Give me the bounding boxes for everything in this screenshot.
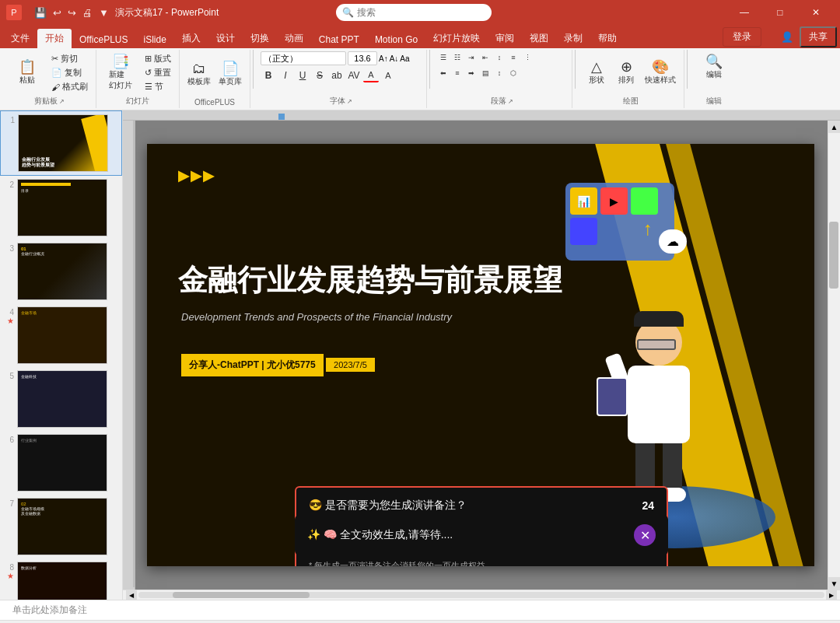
save-icon[interactable]: 💾 [33, 5, 48, 20]
slide-thumb-4[interactable]: 4★ 金融市场 [0, 303, 122, 367]
font-size-up-btn[interactable]: A↑ [379, 54, 388, 63]
justify-btn[interactable]: ▤ [479, 67, 492, 79]
new-slide-button[interactable]: 📑 新建幻灯片 [101, 51, 140, 94]
strikethrough-button[interactable]: S [312, 68, 327, 82]
login-button[interactable]: 登录 [723, 27, 761, 47]
tab-help[interactable]: 帮助 [590, 29, 625, 48]
arrange-button[interactable]: ⊕ 排列 [612, 58, 640, 87]
search-input[interactable] [357, 7, 485, 18]
slide-thumb-2[interactable]: 2 目录 [0, 176, 122, 240]
line-spacing-btn[interactable]: ↕ [493, 67, 506, 79]
hscroll-right-btn[interactable]: ▶ [826, 590, 837, 600]
app-icon: P [6, 5, 22, 20]
slide-thumb-6[interactable]: 6 行业案例 [0, 431, 122, 495]
indent-btn[interactable]: ⇥ [465, 51, 478, 64]
hscroll-left-btn[interactable]: ◀ [126, 590, 137, 600]
align-left-btn[interactable]: ⬅ [437, 67, 450, 79]
slide-num-2: 2 [3, 179, 14, 189]
tab-insert[interactable]: 插入 [174, 29, 208, 48]
right-scrollbar[interactable]: ▲ ▼ [828, 121, 840, 590]
smartart-btn[interactable]: ⬡ [507, 67, 520, 79]
shapes-button[interactable]: △ 形状 [583, 58, 611, 87]
close-button[interactable]: ✕ [798, 0, 834, 25]
tab-islide[interactable]: iSlide [135, 31, 173, 48]
scroll-thumb[interactable] [829, 222, 838, 289]
format-painter-button[interactable]: 🖌 格式刷 [48, 80, 91, 93]
section-button[interactable]: ☰ 节 [142, 80, 174, 93]
tab-home[interactable]: 开始 [37, 29, 72, 48]
slide-thumb-7[interactable]: 7 02 金融市场规模及金融数据 [0, 495, 122, 558]
scroll-down-btn[interactable]: ▼ [828, 577, 840, 590]
scroll-up-btn[interactable]: ▲ [828, 121, 840, 133]
font-size-input[interactable] [348, 51, 377, 65]
drawing-buttons: △ 形状 ⊕ 排列 🎨 快速样式 [583, 51, 679, 94]
copy-button[interactable]: 📄 复制 [48, 66, 91, 79]
format-painter-label: 格式刷 [62, 81, 88, 93]
font-size-down-btn[interactable]: A↓ [390, 54, 399, 63]
editing-button[interactable]: 🔍 编辑 [695, 51, 733, 83]
slide-thumb-5[interactable]: 5 金融科技 [0, 367, 122, 431]
template-lib-button[interactable]: 🗂 模板库 [184, 60, 214, 89]
layout-button[interactable]: ⊞ 版式 [142, 52, 174, 65]
tab-design[interactable]: 设计 [208, 29, 243, 48]
align-text-btn[interactable]: ≡ [507, 51, 520, 64]
align-center-btn[interactable]: ≡ [451, 67, 464, 79]
bold-button[interactable]: B [261, 68, 276, 82]
reset-button[interactable]: ↺ 重置 [142, 66, 174, 79]
minimize-button[interactable]: — [726, 0, 762, 25]
tab-transitions[interactable]: 切换 [243, 29, 277, 48]
underline-button[interactable]: U [295, 68, 310, 82]
italic-button[interactable]: I [278, 68, 293, 82]
slide-thumb-1[interactable]: 1 金融行业发展趋势与前景展望 [0, 110, 122, 176]
hscroll-thumb[interactable] [173, 592, 310, 598]
outdent-btn[interactable]: ⇤ [479, 51, 492, 64]
tab-chatppt[interactable]: Chat PPT [311, 31, 367, 48]
share-button[interactable]: 共享 [800, 26, 837, 47]
author-text: 分享人-ChatPPT | 尤小优5775 [181, 354, 324, 376]
dropdown-icon[interactable]: ▼ [97, 5, 110, 20]
font-family-input[interactable] [261, 51, 346, 65]
single-page-lib-button[interactable]: 📄 单页库 [215, 60, 245, 89]
horizontal-scrollbar[interactable]: ◀ ▶ [123, 590, 840, 600]
numbered-list-btn[interactable]: ☷ [451, 51, 464, 64]
ribbon-group-editing: 🔍 编辑 编辑 [690, 50, 738, 108]
paste-button[interactable]: 📋 粘贴 [8, 57, 47, 89]
canvas-wrapper: ▶▶▶ 金融行业发展趋势与前景展望 Development Trends and… [123, 110, 840, 600]
tab-record[interactable]: 录制 [556, 29, 590, 48]
tab-animations[interactable]: 动画 [277, 29, 311, 48]
char-spacing-button[interactable]: AV [346, 68, 362, 82]
highlight-btn[interactable]: A [380, 68, 396, 82]
quick-access-toolbar: 💾 ↩ ↪ 🖨 ▼ [33, 5, 110, 20]
slide-img-2: 目录 [17, 179, 107, 236]
font-top-row: A↑ A↓ Aa [261, 51, 410, 65]
maximize-button[interactable]: □ [762, 0, 798, 25]
columns-btn[interactable]: ⋮ [521, 51, 534, 64]
canvas-row: ▶▶▶ 金融行业发展趋势与前景展望 Development Trends and… [123, 121, 840, 590]
cancel-button[interactable]: ✕ [634, 524, 656, 546]
canvas-area[interactable]: ▶▶▶ 金融行业发展趋势与前景展望 Development Trends and… [135, 121, 828, 590]
tab-officeplus[interactable]: OfficePLUS [72, 31, 135, 48]
undo-icon[interactable]: ↩ [51, 5, 63, 20]
redo-icon[interactable]: ↪ [66, 5, 78, 20]
slide-num-5: 5 [3, 370, 14, 380]
tab-slideshow[interactable]: 幻灯片放映 [425, 29, 488, 48]
print-icon[interactable]: 🖨 [81, 5, 94, 20]
tab-file[interactable]: 文件 [3, 29, 37, 48]
clear-format-btn[interactable]: Aa [400, 54, 409, 63]
slide-thumb-3[interactable]: 3 01 金融行业概况 [0, 240, 122, 303]
ribbon-content: 📋 粘贴 ✂ 剪切 📄 复制 🖌 格式刷 [0, 48, 840, 110]
tab-view[interactable]: 视图 [522, 29, 556, 48]
date-text: 2023/7/5 [326, 358, 375, 372]
slide-thumb-8[interactable]: 8★ 数据分析 [0, 558, 122, 600]
shadow-button[interactable]: ab [329, 68, 345, 82]
font-color-btn[interactable]: A [363, 68, 379, 82]
bullet-list-btn[interactable]: ☰ [437, 51, 450, 64]
tab-review[interactable]: 审阅 [488, 29, 522, 48]
search-bar[interactable]: 🔍 [336, 4, 492, 21]
text-direction-btn[interactable]: ↕ [493, 51, 506, 64]
slide-img-7: 02 金融市场规模及金融数据 [17, 498, 107, 555]
quick-styles-button[interactable]: 🎨 快速样式 [642, 58, 679, 87]
align-right-btn[interactable]: ➡ [465, 67, 478, 79]
tab-motionGo[interactable]: Motion Go [367, 31, 425, 48]
cut-button[interactable]: ✂ 剪切 [48, 52, 91, 65]
